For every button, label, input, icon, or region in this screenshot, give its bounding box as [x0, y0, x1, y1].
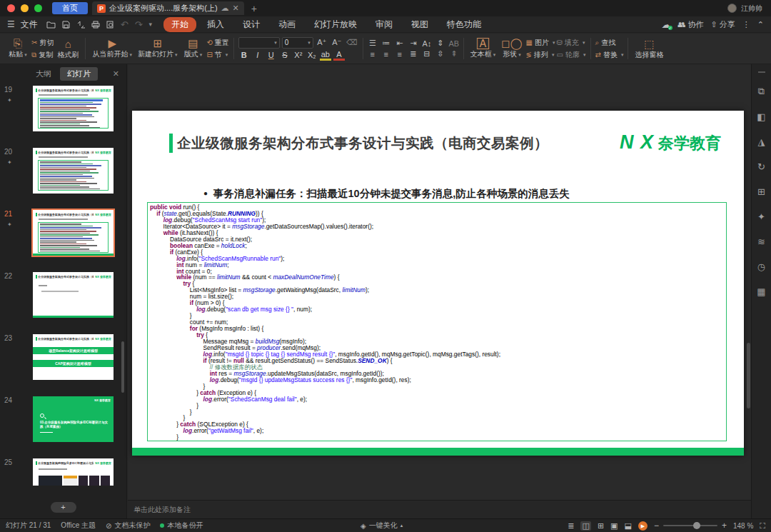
document-tab[interactable]: P 企业级案例驱动....服务架构(上) ☁ ✕	[92, 1, 244, 15]
font-size-select[interactable]: 0▾	[282, 37, 313, 49]
zoom-slider[interactable]	[663, 525, 717, 526]
add-slide-button[interactable]: +	[51, 502, 76, 513]
reset-button[interactable]: ⟲重置	[206, 37, 228, 48]
share-button[interactable]: ⇧分享	[711, 19, 735, 30]
notes-area[interactable]: 单击此处添加备注	[128, 500, 751, 518]
align-left-icon[interactable]: ≡	[366, 50, 379, 59]
reading-view-icon[interactable]: ▣	[610, 521, 618, 531]
cut-button[interactable]: ✂剪切	[31, 37, 54, 48]
canvas-scrollbar[interactable]	[747, 343, 750, 408]
slide-thumbnail-20[interactable]: 企业级微服务架构分布式事务设计与实践（电商交易案例）NX 奈学教育	[33, 148, 114, 194]
play-from-current-button[interactable]: ▶ 从当前开始▾	[90, 35, 134, 62]
outline-button[interactable]: ▭轮廓▾	[557, 49, 586, 60]
ribbon-tab-5[interactable]: 审阅	[368, 17, 400, 32]
tab-outline[interactable]: 大纲	[29, 67, 59, 81]
ribbon-tab-0[interactable]: 开始	[163, 17, 196, 32]
zoom-out-button[interactable]: −	[654, 521, 659, 531]
sidebar-scrollbar[interactable]	[121, 341, 124, 393]
decrease-indent-icon[interactable]: ⇤	[393, 39, 406, 48]
layout-button[interactable]: ▤ 版式▾	[181, 35, 205, 62]
animation-indicator-icon[interactable]: ✦	[7, 221, 12, 228]
panel-design-icon[interactable]: ◮	[758, 136, 765, 147]
zoom-percentage[interactable]: 148 %	[733, 522, 753, 530]
panel-layers-icon[interactable]: ⊞	[757, 186, 765, 197]
distribute-icon[interactable]: ⊟	[420, 49, 433, 59]
shapes-button[interactable]: ◻◯ 形状▾	[499, 35, 524, 62]
new-slide-button[interactable]: ⊞ 新建幻灯片▾	[136, 35, 180, 62]
qat-more-icon[interactable]: ▾	[149, 21, 153, 28]
panel-properties-icon[interactable]: ⧉	[758, 86, 765, 97]
zoom-slider-thumb[interactable]	[693, 522, 700, 529]
panel-effects-icon[interactable]: ✦	[757, 211, 765, 222]
slide-title[interactable]: 企业级微服务架构分布式事务设计与实践（电商交易案例）	[177, 134, 548, 153]
superscript-button[interactable]: X²	[293, 51, 304, 59]
rail-handle[interactable]	[758, 71, 765, 73]
ribbon-tab-1[interactable]: 插入	[199, 17, 232, 32]
normal-view-icon[interactable]: ◫	[580, 521, 590, 531]
slide-thumbnail-19[interactable]: 企业级微服务架构分布式事务设计与实践（电商交易案例）NX 奈学教育	[33, 86, 114, 131]
slide-sorter-icon[interactable]: ⊞	[598, 521, 604, 531]
more-options-icon[interactable]: ⋮	[742, 20, 750, 29]
ribbon-tab-2[interactable]: 设计	[235, 17, 268, 32]
panel-settings-icon[interactable]: ≋	[757, 236, 765, 247]
slide-thumbnail-24[interactable]: NX 奈学教育03.企业级服务架构跨国际化多IDC部署设计与实践（百度案例）	[33, 396, 114, 442]
collaborate-button[interactable]: 👥︎协作	[678, 19, 704, 30]
slide-thumbnail-23[interactable]: 企业级微服务架构分布式事务设计与实践（电商交易案例）NX 奈学教育场景Balan…	[33, 334, 114, 380]
panel-animation-icon[interactable]: ↻	[757, 161, 765, 172]
close-tab-icon[interactable]: ✕	[233, 4, 239, 13]
fit-slide-icon[interactable]: ⛶	[760, 521, 765, 531]
increase-indent-icon[interactable]: ⇥	[407, 39, 420, 48]
cloud-saved-icon[interactable]: ☁✓	[662, 19, 671, 30]
animation-indicator-icon[interactable]: ✦	[7, 97, 12, 104]
strikethrough-button[interactable]: S	[279, 51, 291, 59]
undo-icon[interactable]: ↶	[121, 19, 128, 30]
increase-font-icon[interactable]: A⁺	[316, 38, 328, 47]
user-avatar[interactable]	[727, 4, 737, 13]
print-preview-icon[interactable]	[106, 21, 114, 29]
code-block[interactable]: public void run() { if (state.get().equa…	[147, 202, 727, 441]
section-button[interactable]: ⊟节▾	[206, 49, 228, 60]
underline-button[interactable]: U	[266, 51, 277, 59]
char-spacing-icon[interactable]: AB	[448, 39, 460, 48]
justify-icon[interactable]: ≣	[407, 49, 420, 59]
paragraph-spacing-icon[interactable]: ⇞	[448, 49, 460, 59]
redo-icon[interactable]: ↷	[135, 19, 143, 30]
replace-button[interactable]: ⇄替换▾	[595, 49, 624, 60]
slideshow-play-button[interactable]: ▶	[638, 521, 647, 531]
theme-name[interactable]: Office 主题	[61, 521, 96, 531]
protection-status[interactable]: ⊘文档未保护	[106, 521, 150, 531]
current-slide[interactable]: 企业级微服务架构分布式事务设计与实践（电商交易案例） N X奈学教育 ●事务消息…	[132, 111, 744, 456]
print-icon[interactable]	[91, 21, 100, 29]
close-window-button[interactable]	[7, 4, 15, 12]
fill-button[interactable]: ⛁填充▾	[557, 37, 586, 48]
minimize-window-button[interactable]	[21, 4, 29, 12]
new-tab-button[interactable]: +	[251, 3, 257, 14]
line-spacing-icon[interactable]: ⇳	[434, 49, 447, 59]
slide-thumbnail-22[interactable]: 企业级微服务架构分布式事务设计与实践（电商交易案例）NX 奈学教育	[33, 272, 114, 318]
find-button[interactable]: ⌕查找	[595, 37, 624, 48]
arrange-button[interactable]: ≶排列▾	[526, 49, 555, 60]
tab-slides[interactable]: 幻灯片	[60, 67, 98, 81]
italic-button[interactable]: I	[252, 51, 263, 59]
ribbon-tab-6[interactable]: 视图	[403, 17, 436, 32]
bullets-icon[interactable]: ☰	[366, 39, 379, 48]
align-center-icon[interactable]: ≡	[380, 50, 393, 59]
file-menu[interactable]: 文件	[21, 19, 38, 31]
beautify-button[interactable]: ◈一键美化▴	[361, 521, 403, 531]
font-name-select[interactable]: ▾	[238, 37, 280, 49]
open-file-icon[interactable]	[46, 21, 56, 29]
clear-format-icon[interactable]: ⌫	[346, 38, 358, 47]
format-painter-button[interactable]: ⌂ 格式刷	[55, 35, 81, 62]
bold-button[interactable]: B	[238, 51, 250, 59]
numbering-icon[interactable]: ≔	[380, 39, 393, 48]
slide-bullet-text[interactable]: ●事务消息补漏任务：扫描最近10分钟未提交事务消息,防止各种场景的消息丢失	[203, 187, 570, 201]
zoom-in-button[interactable]: +	[722, 521, 727, 531]
backup-status[interactable]: 本地备份开	[160, 521, 203, 531]
close-panel-icon[interactable]: ✕	[113, 69, 119, 79]
picture-button[interactable]: ▦图片▾	[526, 37, 555, 48]
font-color-button[interactable]: A	[333, 50, 345, 61]
slide-thumbnail-21[interactable]: 企业级微服务架构分布式事务设计与实践（电商交易案例）NX 奈学教育	[33, 210, 114, 256]
collapse-ribbon-icon[interactable]: ⌃	[757, 20, 764, 29]
slide-thumbnail-25[interactable]: 企业微服务架构跨国际化多IDC部署设计与实践（百度案例）NX 奈学教育	[33, 458, 114, 486]
align-right-icon[interactable]: ≡	[393, 50, 406, 59]
